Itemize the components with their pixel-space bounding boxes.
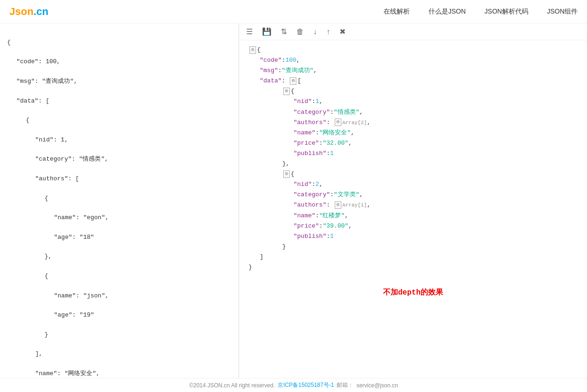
collapse-root-box[interactable]: ⊝ — [249, 46, 256, 54]
data0-nid: "nid":1, — [248, 96, 578, 107]
nav-menu: 在线解析 什么是JSON JSON解析代码 JSON组件 — [384, 7, 578, 16]
right-panel: ☰ 💾 ⇅ 🗑 ↓ ↑ ✖ ⊝{ "code":100, "msg":"查询成功… — [239, 23, 587, 378]
nav-parse-code[interactable]: JSON解析代码 — [484, 7, 528, 15]
footer-copyright: ©2014 JSON.cn All right reserved. — [189, 382, 275, 389]
data0-category: "category":"情感类", — [248, 107, 578, 118]
data1-close: } — [248, 242, 578, 252]
collapse-data1-box[interactable]: ⊝ — [283, 170, 290, 178]
data0-price: "price":"32.00", — [248, 138, 578, 148]
data0-open: ⊝{ — [248, 86, 578, 96]
data1-category: "category":"文学类", — [248, 190, 578, 200]
navbar: Json.cn 在线解析 什么是JSON JSON解析代码 JSON组件 — [0, 0, 587, 23]
data1-authors: "authors": ⊝Array[1], — [248, 200, 578, 210]
brand-json: Json — [9, 6, 33, 17]
root-collapse[interactable]: ⊝{ — [248, 45, 578, 55]
footer-icp-link[interactable]: 京ICP备15025187号-1 — [278, 381, 334, 389]
effect-label: 不加depth的效果 — [248, 287, 578, 299]
collapse-data-box[interactable]: ⊝ — [290, 77, 296, 85]
data0-close: }, — [248, 159, 578, 169]
root-close: } — [248, 262, 578, 273]
collapse-authors0-box[interactable]: ⊝ — [335, 118, 341, 126]
footer-email-label: 邮箱： — [337, 381, 354, 389]
toolbar-save-icon[interactable]: 💾 — [262, 27, 271, 36]
data-line: "data": ⊝[ — [248, 76, 578, 86]
collapse-data0-box[interactable]: ⊝ — [283, 88, 290, 95]
data-array-close: ] — [248, 252, 578, 262]
brand-cn: .cn — [33, 6, 48, 17]
nav-component[interactable]: JSON组件 — [547, 7, 578, 15]
nav-what-is-json[interactable]: 什么是JSON — [429, 7, 466, 15]
collapse-authors1-box[interactable]: ⊝ — [335, 201, 341, 209]
code-line: "code":100, — [248, 55, 578, 66]
footer-email: service@json.cn — [356, 382, 398, 389]
left-panel-content[interactable]: { "code": 100, "msg": "查询成功", "data": [ … — [0, 23, 239, 378]
data0-authors: "authors": ⊝Array[2], — [248, 118, 578, 128]
data1-price: "price":"39.00", — [248, 221, 578, 231]
data1-open: ⊝{ — [248, 169, 578, 179]
footer: ©2014 JSON.cn All right reserved. 京ICP备1… — [0, 378, 587, 392]
toolbar-fullscreen-icon[interactable]: ✖ — [339, 27, 346, 36]
right-content[interactable]: ⊝{ "code":100, "msg":"查询成功", "data": ⊝[ … — [239, 40, 587, 378]
nav-online-parse[interactable]: 在线解析 — [384, 7, 410, 15]
data1-nid: "nid":2, — [248, 179, 578, 190]
toolbar-delete-icon[interactable]: 🗑 — [296, 28, 304, 36]
toolbar-format-icon[interactable]: ☰ — [246, 27, 253, 36]
left-panel: { "code": 100, "msg": "查询成功", "data": [ … — [0, 23, 239, 378]
main-container: { "code": 100, "msg": "查询成功", "data": [ … — [0, 23, 587, 378]
data1-publish: "publish":1 — [248, 231, 578, 242]
data0-name: "name":"网络安全", — [248, 128, 578, 138]
data1-name: "name":"红楼梦", — [248, 211, 578, 221]
toolbar-upload-icon[interactable]: ↑ — [326, 28, 330, 36]
msg-line: "msg":"查询成功", — [248, 66, 578, 76]
brand-logo[interactable]: Json.cn — [9, 6, 48, 18]
data0-publish: "publish":1 — [248, 148, 578, 159]
toolbar-sort-icon[interactable]: ⇅ — [281, 27, 287, 36]
toolbar-download-icon[interactable]: ↓ — [313, 28, 317, 36]
right-toolbar: ☰ 💾 ⇅ 🗑 ↓ ↑ ✖ — [239, 23, 587, 40]
